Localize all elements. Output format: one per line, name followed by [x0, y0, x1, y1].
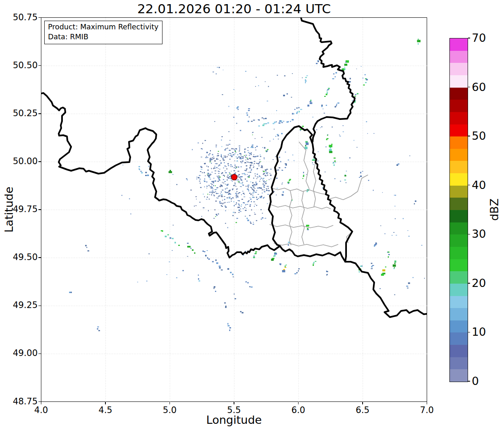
colorbar-segment: [450, 75, 468, 87]
colorbar-segment: [450, 87, 468, 100]
y-tick-label: 48.75: [7, 397, 38, 407]
colorbar-segment: [450, 283, 468, 296]
colorbar-segment: [450, 369, 468, 382]
x-tick-mark: [427, 402, 428, 404]
colorbar-tick-mark: [468, 38, 470, 38]
y-tick-mark: [38, 161, 41, 162]
x-tick-mark: [298, 402, 299, 404]
colorbar-tick-label: 70: [472, 31, 486, 45]
colorbar-segment: [450, 259, 468, 271]
y-tick-mark: [38, 17, 41, 18]
colorbar-segment: [450, 124, 468, 136]
colorbar-segment: [450, 38, 468, 50]
colorbar-segment: [450, 210, 468, 222]
colorbar-segment: [450, 234, 468, 247]
y-tick-label: 50.75: [7, 12, 38, 23]
x-tick-mark: [105, 402, 106, 404]
map-canvas: [41, 18, 427, 402]
y-tick-mark: [38, 306, 41, 306]
y-tick-mark: [38, 401, 41, 402]
colorbar-segment: [450, 296, 468, 308]
x-tick-mark: [170, 402, 170, 404]
colorbar-tick-label: 0: [472, 375, 479, 388]
colorbar-tick-label: 50: [472, 129, 486, 143]
colorbar-label: dBZ: [488, 189, 501, 230]
colorbar-segment: [450, 271, 468, 284]
y-tick-label: 50.25: [7, 108, 38, 119]
x-tick-label: 5.5: [217, 405, 251, 416]
colorbar-tick-label: 60: [472, 81, 486, 94]
colorbar: [449, 38, 468, 382]
y-tick-mark: [38, 113, 41, 114]
x-tick-mark: [234, 402, 234, 404]
colorbar-segment: [450, 173, 468, 185]
radar-figure: 22.01.2026 01:20 - 01:24 UTC Product: Ma…: [0, 0, 504, 430]
colorbar-tick-label: 30: [472, 227, 486, 241]
y-tick-mark: [38, 257, 41, 258]
x-tick-mark: [362, 402, 363, 404]
colorbar-segment: [450, 357, 468, 369]
x-tick-label: 6.5: [346, 405, 379, 416]
colorbar-segment: [450, 344, 468, 357]
colorbar-segment: [450, 112, 468, 124]
x-tick-label: 6.0: [282, 405, 315, 416]
x-tick-label: 4.5: [89, 405, 122, 416]
colorbar-segment: [450, 320, 468, 332]
y-tick-mark: [38, 354, 41, 354]
colorbar-segment: [450, 246, 468, 259]
colorbar-tick-mark: [468, 283, 470, 284]
y-tick-mark: [38, 65, 41, 66]
colorbar-tick-mark: [468, 332, 470, 333]
colorbar-tick-mark: [468, 185, 470, 186]
colorbar-segment: [450, 63, 468, 75]
y-tick-mark: [38, 209, 41, 210]
annotation-product-line: Product: Maximum Reflectivity: [48, 22, 158, 32]
y-tick-label: 49.25: [7, 300, 38, 311]
colorbar-tick-mark: [468, 87, 470, 88]
radar-echoes: [69, 39, 420, 331]
grid-lines: [41, 18, 427, 402]
x-tick-label: 7.0: [411, 405, 444, 416]
x-tick-label: 4.0: [25, 405, 58, 416]
colorbar-tick-label: 20: [472, 277, 486, 290]
x-tick-label: 5.0: [153, 405, 186, 416]
plot-area: Product: Maximum Reflectivity Data: RMIB: [41, 17, 427, 402]
colorbar-segment: [450, 136, 468, 148]
colorbar-tick-mark: [468, 234, 470, 235]
colorbar-tick-label: 40: [472, 179, 486, 192]
y-tick-label: 50.50: [7, 60, 38, 71]
colorbar-segment: [450, 222, 468, 234]
colorbar-segment: [450, 332, 468, 345]
colorbar-tick-mark: [468, 381, 470, 382]
colorbar-segment: [450, 198, 468, 210]
admin-borders: [270, 142, 368, 247]
annotation-source-line: Data: RMIB: [48, 32, 158, 42]
figure-title: 22.01.2026 01:20 - 01:24 UTC: [41, 2, 427, 17]
colorbar-segment: [450, 161, 468, 173]
colorbar-segment: [450, 50, 468, 63]
x-tick-mark: [41, 402, 42, 404]
product-annotation: Product: Maximum Reflectivity Data: RMIB: [44, 21, 162, 44]
y-tick-label: 49.50: [7, 252, 38, 263]
y-tick-label: 49.75: [7, 204, 38, 215]
colorbar-segment: [450, 148, 468, 161]
colorbar-segment: [450, 100, 468, 112]
y-tick-label: 49.00: [7, 348, 38, 358]
y-tick-label: 50.00: [7, 156, 38, 167]
radar-site-marker: [232, 174, 237, 180]
colorbar-segment: [450, 185, 468, 198]
colorbar-segment: [450, 308, 468, 320]
colorbar-tick-label: 10: [472, 325, 486, 339]
colorbar-tick-mark: [468, 136, 470, 136]
